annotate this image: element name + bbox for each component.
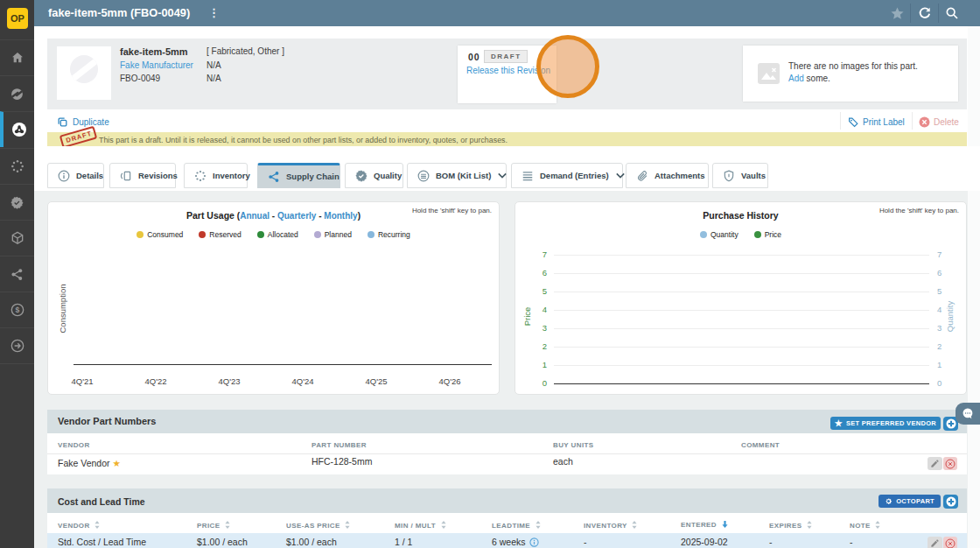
svg-text:$: $ xyxy=(15,306,19,314)
